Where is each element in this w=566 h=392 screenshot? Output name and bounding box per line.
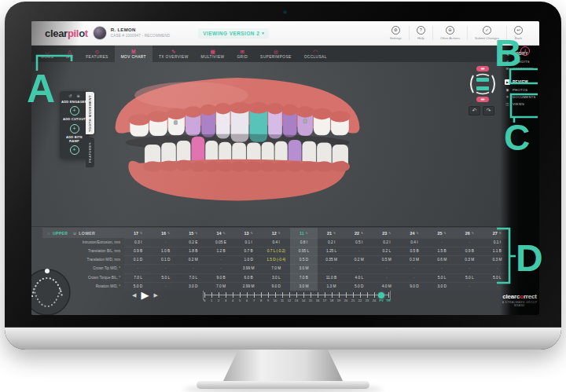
stage-tick-11[interactable] <box>282 292 283 298</box>
stage-tick-2[interactable] <box>219 292 219 298</box>
stage-label-6[interactable]: 6 <box>244 299 251 302</box>
stage-label-12[interactable]: 12 <box>286 299 293 302</box>
stage-label-23[interactable]: 23 <box>364 299 371 302</box>
action-back[interactable]: ↩Back <box>506 26 530 40</box>
jaw-visibility-widget[interactable] <box>465 66 500 102</box>
stage-tick-7[interactable] <box>254 292 255 298</box>
menu-item-dr-edits[interactable]: ✐DR EDITS <box>505 58 539 65</box>
next-stage-button[interactable]: ▶ <box>153 292 157 299</box>
stage-label-19[interactable]: 19 <box>336 299 343 302</box>
tooth-column-header-13[interactable]: 13✎ <box>235 228 263 238</box>
stage-tick-3[interactable] <box>226 292 226 298</box>
tooth-column-header-23[interactable]: 23✎ <box>373 228 400 238</box>
tooth-column-header-26[interactable]: 26✎ <box>456 228 483 238</box>
stage-label-9[interactable]: 9 <box>265 299 272 302</box>
toolbar-item-superimpose[interactable]: ◎SUPERIMPOSE <box>254 45 298 62</box>
stage-label-13[interactable]: 13 <box>293 299 300 302</box>
stage-label-20[interactable]: 20 <box>343 299 350 302</box>
stage-tick-21[interactable] <box>353 292 354 298</box>
arch-upper-label[interactable]: UPPER <box>53 231 68 236</box>
wheel-marker[interactable] <box>45 269 50 273</box>
action-submit-changes[interactable]: ✓Submit Changes <box>467 26 506 40</box>
stage-label-1[interactable]: 1 <box>208 299 215 302</box>
stage-label-24[interactable]: 24 <box>371 299 378 302</box>
menu-item-photos[interactable]: ◉PHOTOS <box>505 86 539 93</box>
menu-item-documents[interactable]: ≡DOCUMENTS <box>505 93 539 101</box>
arch-toggle[interactable]: ∩ UPPER ∪ LOWER <box>42 228 124 238</box>
stage-tick-17[interactable] <box>325 292 325 298</box>
dental-model-3d[interactable] <box>91 67 384 205</box>
stage-label-14[interactable]: 14 <box>300 299 307 302</box>
tooth-column-header-15[interactable]: 15✎ <box>179 228 207 238</box>
version-selector[interactable]: VIEWING VERSION 2 ▾ <box>198 28 269 38</box>
action-help[interactable]: ?Help <box>409 26 432 40</box>
stage-label-7[interactable]: 7 <box>251 299 258 302</box>
patient-avatar[interactable] <box>93 26 107 40</box>
stage-label-21[interactable]: 21 <box>350 299 357 302</box>
stage-tick-14[interactable] <box>303 292 304 298</box>
stage-tick-20[interactable] <box>346 292 347 298</box>
undo-button[interactable]: ↶ <box>469 106 480 115</box>
tooth-wheel-selector[interactable] <box>31 268 72 315</box>
toolbar-item-gums[interactable]: ◡GUMS <box>35 45 60 62</box>
stage-tick-18[interactable] <box>332 292 333 298</box>
info-icon[interactable]: i <box>520 46 530 56</box>
stage-tick-24[interactable] <box>374 292 375 298</box>
stage-tick-TR[interactable] <box>388 292 389 298</box>
stage-tick-8[interactable] <box>261 292 262 298</box>
position-icon[interactable]: ⊕ <box>77 93 80 98</box>
previous-stage-button[interactable]: ◀ <box>132 292 136 299</box>
tooth-column-header-11[interactable]: 11✎ <box>290 228 318 238</box>
stage-tick-S[interactable] <box>204 292 205 298</box>
stage-label-5[interactable]: 5 <box>237 299 244 302</box>
action-other-actions[interactable]: ⊖Other Actions <box>432 26 467 40</box>
arch-bar-upper[interactable] <box>476 78 489 82</box>
stage-tick-6[interactable] <box>247 292 248 298</box>
stage-label-18[interactable]: 18 <box>329 299 336 302</box>
stage-label-10[interactable]: 10 <box>272 299 279 302</box>
add-bite-ramp-button[interactable]: + <box>70 145 79 155</box>
stage-label-8[interactable]: 8 <box>258 299 265 302</box>
stage-tick-16[interactable] <box>318 292 318 298</box>
menu-item-views[interactable]: ◫VIEWS <box>505 101 539 108</box>
toolbar-item-occlusal[interactable]: ◠OCCLUSAL <box>298 45 333 62</box>
stage-label-22[interactable]: 22 <box>357 299 364 302</box>
stage-label-3[interactable]: 3 <box>222 299 230 302</box>
stage-tick-5[interactable] <box>240 292 241 298</box>
stage-label-FV[interactable]: FV <box>378 299 385 302</box>
stage-tick-10[interactable] <box>275 292 276 298</box>
add-engager-button[interactable]: + <box>70 106 79 115</box>
tooth-column-header-21[interactable]: 21✎ <box>318 228 345 238</box>
stage-label-11[interactable]: 11 <box>279 299 286 302</box>
toolbar-item-ipr[interactable]: △IPR <box>60 45 79 62</box>
stage-label-2[interactable]: 2 <box>215 299 222 302</box>
tooth-column-header-14[interactable]: 14✎ <box>207 228 234 238</box>
menu-item-comments[interactable]: ✉COMMENTS <box>505 65 539 72</box>
tooth-column-header-16[interactable]: 16✎ <box>152 228 179 238</box>
menu-item-review[interactable]: ▶REVIEW <box>505 78 539 86</box>
tooth-column-header-25[interactable]: 25✎ <box>428 228 456 238</box>
toolbar-item-tx-overview[interactable]: ✎TX OVERVIEW <box>153 45 195 62</box>
stage-tick-19[interactable] <box>339 292 340 298</box>
play-button[interactable]: ▶ <box>141 290 149 301</box>
stage-timeline[interactable]: S123456789101112131415161718192021222324… <box>203 291 393 305</box>
reset-icon[interactable]: ↺ <box>68 93 72 98</box>
stage-tick-1[interactable] <box>211 292 212 298</box>
tooth-column-header-22[interactable]: 22✎ <box>345 228 373 238</box>
stage-label-S[interactable]: S <box>201 299 208 302</box>
toolbar-item-mov-chart[interactable]: MMOV CHART <box>115 45 153 62</box>
tab-tooth-movement[interactable]: TOOTH MOVEMENT <box>86 92 94 134</box>
action-settings[interactable]: ⚙Settings <box>383 26 409 40</box>
stage-tick-13[interactable] <box>296 292 297 298</box>
tooth-column-header-24[interactable]: 24✎ <box>400 228 428 238</box>
stage-tick-12[interactable] <box>289 292 290 298</box>
current-stage-marker[interactable] <box>378 292 384 299</box>
tab-features[interactable]: FEATURES <box>86 137 94 167</box>
add-cutout-button[interactable]: + <box>70 124 79 134</box>
stage-label-17[interactable]: 17 <box>322 299 329 302</box>
stage-tick-9[interactable] <box>268 292 269 298</box>
stage-label-4[interactable]: 4 <box>230 299 237 302</box>
toolbar-item-features[interactable]: ◇FEATURES <box>79 45 114 62</box>
stage-label-TR[interactable]: TR <box>385 299 392 302</box>
stage-label-16[interactable]: 16 <box>314 299 322 302</box>
